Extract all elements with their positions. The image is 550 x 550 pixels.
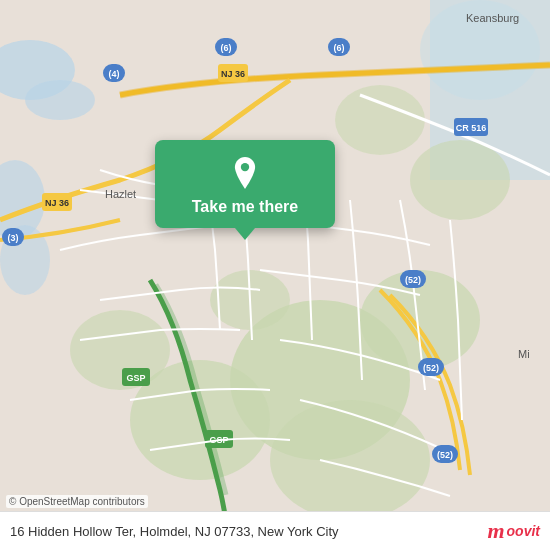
take-me-there-button[interactable]: Take me there <box>192 198 298 216</box>
svg-text:(3): (3) <box>8 233 19 243</box>
svg-text:(6): (6) <box>334 43 345 53</box>
location-popup: Take me there <box>155 140 335 228</box>
svg-text:GSP: GSP <box>126 373 145 383</box>
svg-text:Keansburg: Keansburg <box>466 12 519 24</box>
svg-text:Hazlet: Hazlet <box>105 188 136 200</box>
svg-text:(52): (52) <box>405 275 421 285</box>
svg-text:NJ 36: NJ 36 <box>221 69 245 79</box>
moovit-logo: m oovit <box>487 520 540 542</box>
svg-text:CR 516: CR 516 <box>456 123 487 133</box>
bottom-bar: 16 Hidden Hollow Ter, Holmdel, NJ 07733,… <box>0 511 550 550</box>
svg-text:(6): (6) <box>221 43 232 53</box>
svg-point-10 <box>70 310 170 390</box>
moovit-text: oovit <box>507 524 540 538</box>
svg-point-13 <box>410 140 510 220</box>
openstreetmap-credit: © OpenStreetMap contributors <box>6 495 148 508</box>
address-text: 16 Hidden Hollow Ter, Holmdel, NJ 07733,… <box>10 524 487 539</box>
svg-text:(52): (52) <box>423 363 439 373</box>
svg-text:(4): (4) <box>109 69 120 79</box>
svg-point-14 <box>335 85 425 155</box>
credit-text: © OpenStreetMap contributors <box>9 496 145 507</box>
svg-point-42 <box>241 163 249 171</box>
map-container: GSP GSP NJ 36 NJ 36 <box>0 0 550 550</box>
svg-text:(52): (52) <box>437 450 453 460</box>
svg-text:NJ 36: NJ 36 <box>45 198 69 208</box>
map-background: GSP GSP NJ 36 NJ 36 <box>0 0 550 550</box>
pin-icon <box>226 154 264 192</box>
svg-point-2 <box>25 80 95 120</box>
moovit-m-letter: m <box>487 520 504 542</box>
svg-text:Mi: Mi <box>518 348 530 360</box>
svg-point-11 <box>270 400 430 520</box>
